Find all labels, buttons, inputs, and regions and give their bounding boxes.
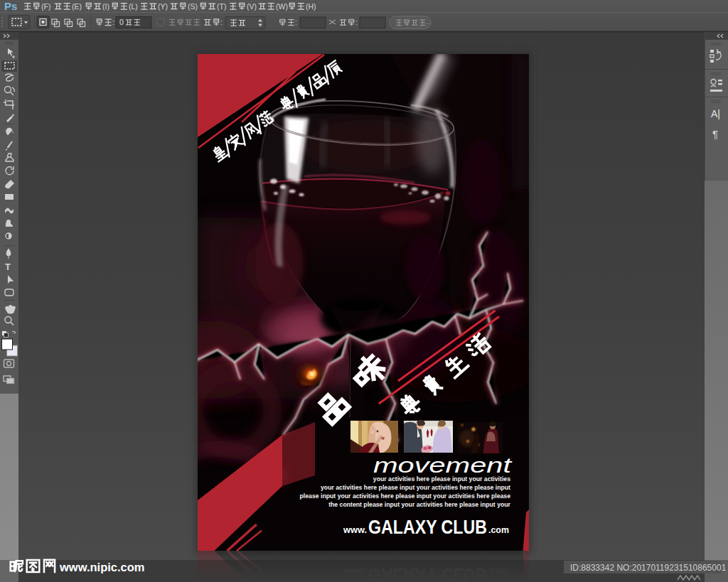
svg-text:please input your activities h: please input your activities here please… <box>300 492 511 500</box>
svg-text:.com: .com <box>488 525 509 535</box>
svg-text:(V): (V) <box>247 2 257 11</box>
svg-text:the content please input your: the content please input your activities… <box>328 501 510 508</box>
svg-text:...: ... <box>425 18 431 26</box>
svg-text:Ps: Ps <box>4 0 17 12</box>
svg-text:(I): (I) <box>102 2 109 11</box>
svg-text:T: T <box>5 262 11 272</box>
svg-text:www.nipic.com: www.nipic.com <box>59 561 145 573</box>
svg-text:(H): (H) <box>306 2 316 11</box>
svg-text:www.: www. <box>343 524 367 535</box>
svg-text:(F): (F) <box>41 2 50 11</box>
svg-text:ID:8833342 NO:2017011923151086: ID:8833342 NO:20170119231510865001 <box>570 563 727 573</box>
svg-text:GALAXY CLUB: GALAXY CLUB <box>368 517 487 538</box>
svg-text:movement: movement <box>373 454 513 477</box>
svg-text:your activities here please in: your activities here please input your a… <box>321 484 510 491</box>
svg-text:(Y): (Y) <box>158 2 168 11</box>
svg-text:A|: A| <box>711 108 720 119</box>
svg-text::: : <box>112 18 114 26</box>
svg-text:(E): (E) <box>72 2 82 11</box>
svg-text::: : <box>295 18 297 26</box>
svg-text:(S): (S) <box>188 2 198 11</box>
svg-text:(T): (T) <box>217 2 226 11</box>
svg-text:your activities here please in: your activities here please input your a… <box>373 475 510 483</box>
svg-text::: : <box>220 18 223 26</box>
svg-text:¶: ¶ <box>712 128 718 140</box>
svg-text:(W): (W) <box>276 2 288 11</box>
svg-text:0: 0 <box>119 18 124 26</box>
svg-text::: : <box>355 18 358 26</box>
svg-text:(L): (L) <box>129 2 138 11</box>
